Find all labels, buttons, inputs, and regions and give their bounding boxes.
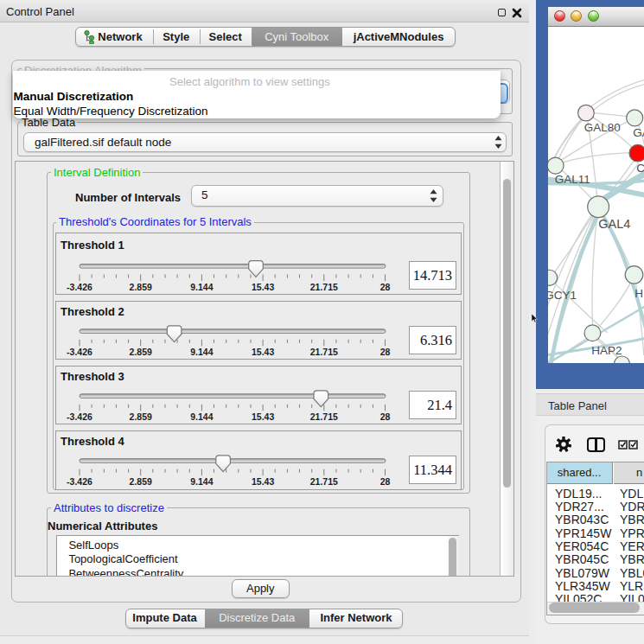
- svg-text:GAL4: GAL4: [598, 216, 630, 230]
- svg-text:9.144: 9.144: [190, 347, 213, 357]
- svg-text:15.43: 15.43: [252, 411, 274, 422]
- svg-text:GAL80: GAL80: [583, 121, 620, 134]
- svg-text:GAL11: GAL11: [554, 173, 590, 186]
- svg-text:28: 28: [380, 476, 391, 487]
- svg-text:9.144: 9.144: [190, 411, 213, 422]
- svg-text:-3.426: -3.426: [67, 347, 92, 357]
- svg-text:-3.426: -3.426: [67, 411, 92, 422]
- svg-text:-3.426: -3.426: [67, 476, 92, 487]
- svg-text:H: H: [634, 287, 643, 300]
- svg-text:2.859: 2.859: [130, 282, 152, 292]
- svg-text:-3.426: -3.426: [67, 282, 92, 292]
- svg-text:21.715: 21.715: [310, 282, 338, 292]
- svg-text:C: C: [636, 161, 644, 174]
- svg-text:21.715: 21.715: [310, 347, 338, 357]
- svg-text:28: 28: [380, 347, 391, 357]
- svg-text:15.43: 15.43: [252, 282, 274, 292]
- svg-text:28: 28: [380, 411, 391, 422]
- svg-text:21.715: 21.715: [310, 411, 338, 422]
- svg-text:28: 28: [380, 282, 391, 292]
- svg-text:HAP2: HAP2: [591, 343, 622, 356]
- svg-text:2.859: 2.859: [130, 347, 152, 357]
- svg-text:GA: GA: [633, 125, 644, 138]
- svg-text:15.43: 15.43: [252, 347, 274, 357]
- svg-text:15.43: 15.43: [252, 476, 274, 487]
- svg-text:9.144: 9.144: [190, 282, 213, 292]
- svg-text:GCY1: GCY1: [548, 289, 577, 302]
- svg-text:9.144: 9.144: [190, 476, 213, 487]
- svg-text:21.715: 21.715: [310, 476, 338, 487]
- svg-text:2.859: 2.859: [130, 411, 152, 422]
- svg-text:2.859: 2.859: [130, 476, 152, 487]
